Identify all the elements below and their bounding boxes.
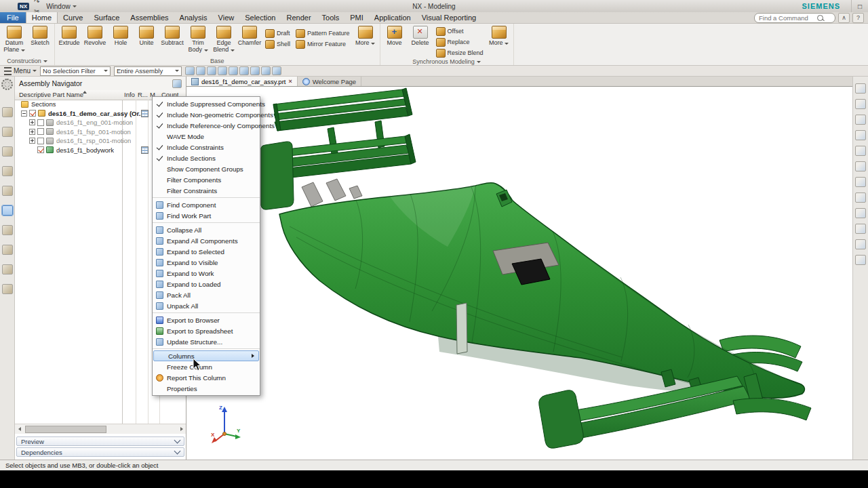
orient-view-icon[interactable]: [855, 239, 866, 249]
redo-icon[interactable]: ↷: [31, 0, 42, 6]
settings-gear-icon[interactable]: [1, 79, 13, 90]
ribbon-button[interactable]: Revolve: [82, 25, 108, 54]
ribbon-tab[interactable]: Home: [26, 12, 58, 23]
column-header[interactable]: Descriptive Part Name: [19, 91, 83, 98]
context-menu-item[interactable]: Collapse All: [153, 224, 260, 235]
ribbon-button[interactable]: Subtract: [159, 25, 185, 54]
history-palette-icon[interactable]: [2, 225, 13, 235]
tree-expander[interactable]: [21, 110, 27, 117]
context-menu-item[interactable]: Show Component Groups: [153, 163, 260, 174]
ribbon-button[interactable]: Mirror Feature: [293, 39, 353, 49]
command-search-input[interactable]: [757, 14, 817, 22]
f1-car-model[interactable]: [186, 87, 852, 459]
ribbon-tab[interactable]: Application: [369, 12, 416, 23]
ribbon-tab[interactable]: View: [213, 12, 240, 23]
pan-icon[interactable]: [855, 130, 866, 140]
ribbon-button[interactable]: Move: [382, 25, 408, 47]
ribbon-group-label[interactable]: Synchronous Modeling: [382, 58, 512, 65]
context-menu-item[interactable]: Report This Column: [153, 372, 260, 383]
dependencies-panel-header[interactable]: Dependencies: [16, 447, 184, 457]
ribbon-tab[interactable]: Curve: [58, 12, 88, 23]
context-menu-item[interactable]: Include Constraints: [153, 142, 260, 152]
wireframe-icon[interactable]: [855, 192, 866, 203]
maximize-button[interactable]: □: [851, 1, 868, 12]
ribbon-button[interactable]: Edge Blend: [211, 25, 237, 54]
ribbon-tab[interactable]: Surface: [88, 12, 125, 23]
tree-expander[interactable]: [29, 138, 35, 144]
ribbon-button[interactable]: Pattern Feature: [293, 28, 353, 39]
arc-center-icon[interactable]: [250, 66, 260, 75]
part-navigator-icon[interactable]: [2, 146, 13, 157]
column-header[interactable]: Info: [124, 91, 135, 98]
info-icon[interactable]: [141, 110, 149, 117]
scrollbar-thumb[interactable]: [25, 426, 106, 433]
context-menu-item[interactable]: Expand to Work: [153, 268, 260, 279]
minimize-ribbon-icon[interactable]: ∧: [838, 13, 850, 23]
web-browser-icon[interactable]: [2, 205, 13, 216]
viewport-tab[interactable]: des16_f1_demo_car_assy.prt ×: [186, 77, 298, 86]
context-menu-item[interactable]: Export to Spreadsheet: [153, 325, 260, 336]
perspective-icon[interactable]: [855, 161, 866, 171]
ribbon-button[interactable]: Datum Plane: [1, 25, 27, 54]
context-menu-item[interactable]: Include Non-geometric Components: [153, 109, 260, 120]
context-menu-item[interactable]: Export to Browser: [153, 314, 260, 325]
more-button[interactable]: More: [486, 25, 512, 47]
tree-checkbox[interactable]: [37, 146, 44, 153]
ribbon-tab[interactable]: Visual Reporting: [416, 12, 482, 23]
preview-panel-header[interactable]: Preview: [16, 436, 184, 446]
tree-checkbox[interactable]: [37, 128, 44, 135]
context-menu-item[interactable]: Expand to Loaded: [153, 279, 260, 289]
snap-point-icon[interactable]: [207, 66, 216, 75]
show-hide-icon[interactable]: [272, 66, 281, 75]
selection-filter-dropdown[interactable]: No Selection Filter: [40, 66, 111, 76]
context-menu-item[interactable]: Include Sections: [153, 152, 260, 163]
column-header[interactable]: R...: [138, 91, 148, 98]
ribbon-tab[interactable]: Render: [281, 12, 316, 23]
close-tab-icon[interactable]: ×: [288, 78, 292, 85]
ribbon-button[interactable]: Sketch: [27, 25, 53, 54]
context-menu-item[interactable]: Filter Constraints: [153, 185, 260, 198]
ribbon-button[interactable]: Chamfer: [237, 25, 262, 54]
hd3d-tools-icon[interactable]: [2, 186, 13, 196]
zoom-icon[interactable]: [855, 115, 866, 125]
command-search-box[interactable]: [754, 13, 835, 23]
context-menu-item[interactable]: Properties: [153, 383, 260, 394]
viewport-tab[interactable]: Welcome Page: [298, 77, 361, 86]
assembly-navigator-icon[interactable]: [2, 107, 13, 117]
context-menu-item[interactable]: Update Structure...: [153, 336, 260, 349]
ribbon-group-label[interactable]: Construction: [1, 57, 53, 65]
rotate-view-icon[interactable]: [855, 146, 866, 156]
constraint-navigator-icon[interactable]: [2, 127, 13, 137]
context-menu-item[interactable]: Expand to Selected: [153, 246, 260, 257]
ribbon-button[interactable]: Resize Blend: [433, 47, 486, 58]
tree-checkbox[interactable]: [29, 110, 36, 117]
ribbon-tab[interactable]: File: [0, 12, 26, 23]
scroll-left-icon[interactable]: [15, 425, 24, 434]
tree-expander[interactable]: [29, 119, 35, 125]
model-canvas[interactable]: Z X Y: [186, 87, 852, 459]
context-menu-item[interactable]: Pack All: [153, 289, 260, 300]
ribbon-button[interactable]: Shell: [262, 39, 293, 49]
more-button[interactable]: More: [353, 25, 378, 47]
ribbon-button[interactable]: Trim Body: [185, 25, 211, 54]
close-group-icon[interactable]: [855, 83, 866, 94]
context-menu-item[interactable]: Find Component: [153, 199, 260, 210]
context-menu-item[interactable]: Include Reference-only Components: [153, 120, 260, 131]
tree-expander[interactable]: [29, 129, 35, 135]
ribbon-tab[interactable]: Analysis: [174, 12, 213, 23]
ribbon-tab[interactable]: Tools: [317, 12, 345, 23]
context-menu-item[interactable]: Unpack All: [153, 300, 260, 313]
context-menu-item[interactable]: Expand All Components: [153, 235, 260, 246]
tree-checkbox[interactable]: [37, 138, 44, 144]
roles-icon[interactable]: [2, 284, 13, 294]
tree-expander[interactable]: [29, 147, 35, 153]
ribbon-tab[interactable]: Selection: [239, 12, 281, 23]
ribbon-button[interactable]: Draft: [262, 28, 293, 39]
mid-point-icon[interactable]: [229, 66, 238, 75]
horizontal-scrollbar[interactable]: [15, 424, 186, 434]
clip-section-icon[interactable]: [855, 208, 866, 218]
tree-checkbox[interactable]: [37, 119, 44, 126]
context-menu-item[interactable]: Filter Components: [153, 174, 260, 185]
ribbon-button[interactable]: Offset: [433, 26, 486, 37]
point-on-curve-icon[interactable]: [261, 66, 271, 75]
